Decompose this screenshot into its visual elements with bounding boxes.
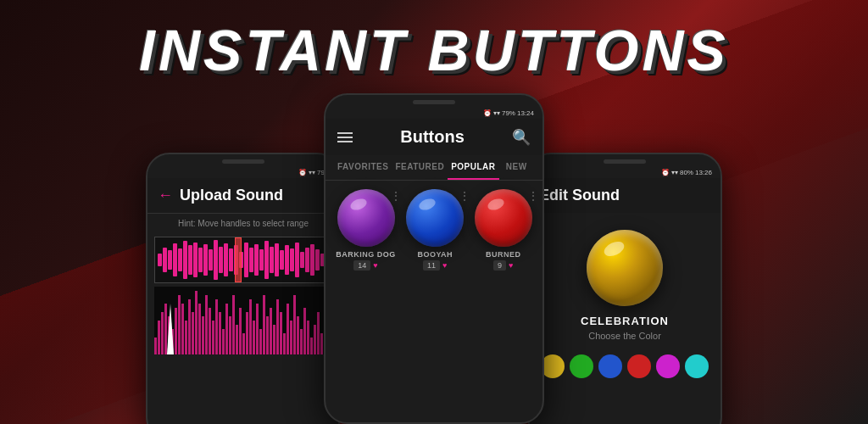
phone-center-speaker [413, 100, 455, 104]
svg-rect-19 [219, 312, 221, 354]
wifi-icon-center: ▾▾ [493, 109, 500, 117]
phones-container: ⏰ ▾▾ 79% ← Upload Sound Hint: Move handl… [0, 93, 868, 424]
sound-likes-burned: 9 ♥ [493, 260, 513, 271]
clock-icon-center: ⏰ [483, 109, 492, 117]
svg-rect-47 [314, 325, 316, 354]
swatch-green[interactable] [570, 354, 593, 378]
svg-rect-49 [320, 333, 323, 354]
waveform-bottom [154, 287, 332, 354]
svg-rect-21 [225, 304, 228, 354]
search-icon[interactable]: 🔍 [512, 128, 531, 147]
svg-rect-38 [283, 333, 286, 354]
swatch-blue[interactable] [598, 354, 622, 378]
svg-rect-12 [195, 291, 198, 354]
heart-icon-3[interactable]: ♥ [509, 261, 513, 270]
upload-title: Upload Sound [180, 187, 283, 204]
gold-ball-shine [602, 238, 626, 259]
more-dots-3[interactable]: ⋮ [527, 189, 539, 203]
main-title: INSTANT BUTTONS [0, 17, 868, 83]
svg-rect-23 [232, 295, 235, 354]
svg-rect-8 [181, 304, 184, 354]
sound-likes-booyah: 11 ♥ [423, 260, 447, 271]
svg-rect-2 [161, 312, 164, 354]
svg-rect-28 [249, 299, 252, 354]
heart-icon-1[interactable]: ♥ [373, 261, 377, 270]
hamburger-line-1 [337, 132, 353, 134]
title-container: INSTANT BUTTONS [0, 17, 868, 83]
more-dots-1[interactable]: ⋮ [390, 189, 402, 203]
ball-shine-3 [486, 197, 505, 212]
svg-rect-41 [293, 295, 296, 354]
svg-rect-7 [178, 295, 181, 354]
tab-popular[interactable]: POPULAR [448, 155, 498, 180]
sound-buttons-grid: ⋮ BARKING DOG 14 ♥ ⋮ BOOYAH 11 [326, 181, 542, 279]
sound-item-booyah[interactable]: ⋮ BOOYAH 11 ♥ [406, 189, 464, 271]
svg-rect-25 [239, 308, 242, 354]
clock-icon: ⏰ [298, 169, 307, 176]
svg-rect-31 [259, 329, 262, 354]
like-count-booyah: 11 [423, 260, 440, 271]
phone-left-speaker [222, 159, 264, 164]
svg-rect-42 [297, 316, 299, 354]
edit-header: Edit Sound [529, 178, 721, 213]
color-swatches [529, 348, 721, 385]
svg-rect-1 [158, 321, 160, 354]
back-arrow-icon[interactable]: ← [158, 187, 173, 204]
phone-left: ⏰ ▾▾ 79% ← Upload Sound Hint: Move handl… [146, 153, 341, 424]
svg-rect-16 [209, 308, 211, 354]
heart-icon-2[interactable]: ♥ [442, 261, 447, 270]
swatch-teal[interactable] [685, 354, 709, 378]
buttons-header: Buttons 🔍 [326, 119, 542, 155]
status-bar-right: ⏰ ▾▾ 80% 13:26 [529, 167, 721, 178]
sound-ball-booyah[interactable] [406, 189, 464, 247]
gold-ball[interactable] [587, 230, 663, 306]
sound-likes-barking-dog: 14 ♥ [353, 260, 377, 271]
svg-rect-24 [236, 325, 238, 354]
edit-title: Edit Sound [539, 187, 620, 204]
battery-right: 80% [680, 169, 693, 176]
swatch-red[interactable] [627, 354, 651, 378]
tabs-bar: FAVORITES FEATURED POPULAR NEW [326, 155, 542, 181]
waveform-selector[interactable] [235, 237, 242, 282]
svg-rect-26 [242, 333, 245, 354]
svg-rect-39 [287, 304, 289, 354]
sound-ball-burned[interactable] [475, 189, 532, 247]
clock-icon-right: ⏰ [661, 169, 670, 176]
svg-rect-18 [215, 299, 218, 354]
svg-rect-35 [273, 325, 275, 354]
like-count-burned: 9 [493, 260, 506, 271]
battery-center: 79% [502, 109, 515, 117]
sound-name-booyah: BOOYAH [417, 250, 453, 259]
choose-color-text: Choose the Color [588, 331, 661, 341]
svg-rect-9 [185, 321, 187, 354]
sound-name-burned: BURNED [486, 250, 521, 259]
sound-ball-barking-dog[interactable] [337, 189, 395, 247]
sound-item-barking-dog[interactable]: ⋮ BARKING DOG 14 ♥ [336, 189, 396, 271]
ball-shine-2 [418, 197, 437, 212]
svg-rect-32 [263, 295, 265, 354]
svg-rect-37 [280, 312, 282, 354]
time-right: 13:26 [695, 169, 712, 176]
tab-new[interactable]: NEW [499, 155, 534, 180]
svg-rect-34 [270, 308, 272, 354]
more-dots-2[interactable]: ⋮ [459, 189, 470, 203]
ball-shine-1 [348, 197, 368, 212]
swatch-purple[interactable] [656, 354, 680, 378]
sound-item-burned[interactable]: ⋮ BURNED 9 ♥ [475, 189, 532, 271]
status-icons-center: ⏰ ▾▾ 79% 13:24 [483, 109, 534, 117]
wifi-icon-right: ▾▾ [671, 169, 678, 176]
wifi-icon: ▾▾ [309, 169, 315, 176]
hamburger-menu-icon[interactable] [337, 132, 353, 142]
tab-featured[interactable]: FEATURED [392, 155, 448, 180]
svg-rect-33 [266, 316, 269, 354]
waveform-main [154, 237, 332, 283]
swatch-gold[interactable] [541, 354, 565, 378]
svg-rect-40 [290, 321, 292, 354]
svg-rect-14 [202, 316, 204, 354]
svg-rect-3 [164, 304, 167, 354]
tab-favorites[interactable]: FAVORITES [334, 155, 392, 180]
phone-right-speaker [604, 159, 646, 164]
svg-rect-0 [154, 338, 157, 354]
phone-right-top [529, 154, 721, 167]
svg-rect-13 [198, 304, 201, 354]
